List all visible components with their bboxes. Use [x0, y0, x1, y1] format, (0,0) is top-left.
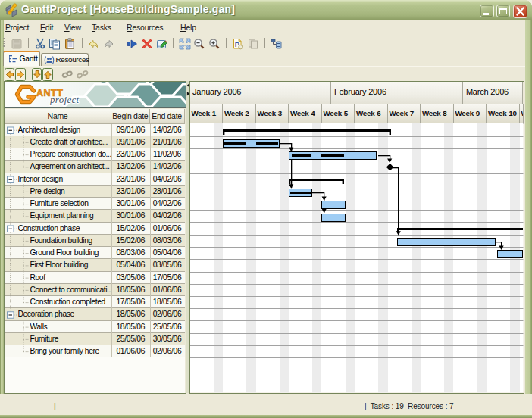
svg-text:project: project	[49, 94, 80, 105]
